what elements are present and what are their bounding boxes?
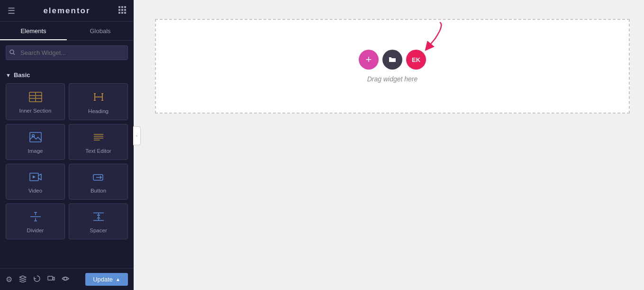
widgets-panel: ▼ Basic Inner Section [0, 65, 134, 268]
svg-rect-2 [124, 6, 126, 8]
search-wrapper [6, 45, 128, 60]
layers-icon[interactable] [19, 275, 27, 284]
grid-icon[interactable] [118, 6, 126, 16]
bottom-toolbar: ⚙ Update [0, 268, 134, 290]
main-canvas: + EK Drag widget here [141, 0, 644, 290]
widget-divider[interactable]: Divider [6, 203, 65, 239]
widget-text-editor[interactable]: Text Editor [69, 124, 128, 160]
svg-line-34 [95, 176, 96, 177]
widgets-grid-basic: Inner Section Heading [6, 83, 128, 239]
spacer-label: Spacer [90, 228, 107, 233]
category-basic-label: Basic [14, 71, 30, 79]
collapse-panel-button[interactable]: ‹ [133, 126, 141, 145]
svg-rect-7 [121, 12, 123, 14]
floating-buttons: + EK [359, 50, 426, 70]
chevron-up-icon: ▲ [116, 277, 120, 282]
preview-icon[interactable] [62, 275, 69, 284]
search-icon [9, 49, 15, 56]
video-icon [29, 172, 42, 184]
widget-heading[interactable]: Heading [69, 83, 128, 120]
inner-section-icon [29, 92, 42, 104]
folder-button[interactable] [382, 50, 402, 70]
tabs-bar: Elements Globals [0, 22, 134, 41]
spacer-icon [92, 211, 105, 224]
drop-zone[interactable]: + EK Drag widget here [155, 19, 630, 114]
update-label: Update [93, 276, 113, 283]
svg-rect-1 [121, 6, 123, 8]
svg-line-10 [14, 53, 15, 55]
svg-rect-4 [121, 9, 123, 11]
image-label: Image [28, 148, 43, 154]
update-button[interactable]: Update ▲ [85, 273, 128, 286]
widget-video[interactable]: Video [6, 164, 65, 200]
widget-inner-section[interactable]: Inner Section [6, 83, 65, 120]
responsive-icon[interactable] [47, 275, 55, 284]
ek-button[interactable]: EK [406, 50, 426, 70]
svg-point-9 [10, 50, 14, 53]
text-editor-icon [92, 132, 105, 144]
heading-label: Heading [88, 108, 109, 114]
svg-rect-44 [48, 276, 53, 280]
inner-section-label: Inner Section [19, 108, 52, 114]
svg-rect-5 [124, 9, 126, 11]
tab-elements[interactable]: Elements [0, 22, 67, 40]
chevron-down-icon: ▼ [6, 72, 11, 78]
sidebar-header: ☰ elementor [0, 0, 134, 22]
add-widget-button[interactable]: + [359, 50, 379, 70]
widget-image[interactable]: Image [6, 124, 65, 160]
app-title: elementor [43, 6, 90, 16]
sidebar: ☰ elementor Elements Globals [0, 0, 134, 290]
text-editor-label: Text Editor [85, 148, 111, 154]
history-icon[interactable] [33, 275, 41, 284]
hamburger-icon[interactable]: ☰ [8, 6, 15, 16]
image-icon [29, 132, 42, 144]
search-input[interactable] [6, 45, 128, 60]
svg-rect-45 [53, 277, 54, 280]
button-icon [92, 172, 105, 184]
video-label: Video [28, 188, 42, 193]
search-container [0, 41, 134, 65]
divider-icon [29, 211, 42, 224]
svg-rect-8 [124, 12, 126, 14]
drag-widget-label: Drag widget here [367, 75, 418, 83]
svg-rect-6 [118, 12, 120, 14]
heading-icon [93, 91, 104, 105]
folder-icon [388, 55, 397, 64]
svg-point-46 [64, 277, 67, 280]
divider-label: Divider [27, 228, 44, 233]
svg-rect-3 [118, 9, 120, 11]
grid-icon-svg [118, 6, 126, 14]
category-basic-header[interactable]: ▼ Basic [6, 69, 128, 83]
tab-globals[interactable]: Globals [67, 22, 134, 40]
widget-button[interactable]: Button [69, 164, 128, 200]
svg-rect-24 [30, 132, 41, 142]
widget-spacer[interactable]: Spacer [69, 203, 128, 239]
settings-icon[interactable]: ⚙ [6, 275, 12, 284]
button-label: Button [91, 188, 106, 193]
svg-marker-31 [33, 176, 36, 178]
svg-rect-0 [118, 6, 120, 8]
